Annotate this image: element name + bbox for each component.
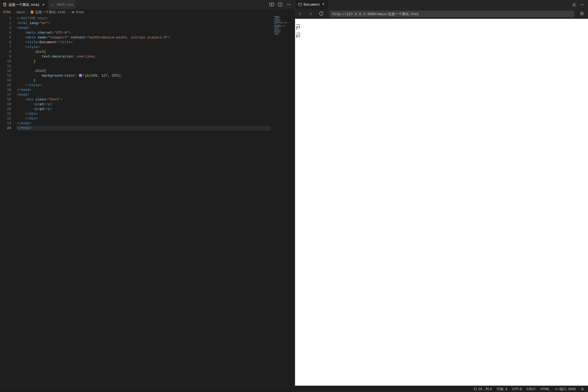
back-icon[interactable] [298, 11, 303, 17]
chevron-right-icon: › [68, 10, 70, 14]
split-editor-icon[interactable] [278, 2, 283, 7]
svg-text:#: # [51, 3, 53, 7]
lock-icon[interactable] [572, 3, 576, 7]
status-spaces[interactable]: 空格: 4 [497, 387, 507, 391]
svg-rect-2 [272, 3, 274, 6]
breadcrumb-item[interactable]: 这是一个测试.html [30, 10, 66, 15]
svg-point-7 [290, 4, 291, 5]
editor-pane: 这是一个测试.html # text.css [0, 0, 295, 386]
status-bell-icon[interactable] [581, 387, 584, 391]
svg-point-14 [556, 389, 557, 390]
preview-document: p1 p2 [295, 19, 588, 386]
compare-changes-icon[interactable] [269, 2, 275, 7]
breadcrumb[interactable]: HTML › main › 这是一个测试.html › html [0, 9, 295, 15]
preview-p2: p2 [296, 33, 587, 38]
tab-actions [269, 0, 295, 9]
status-language[interactable]: HTML [540, 387, 550, 391]
preview-toolbar [295, 9, 588, 19]
line-number-gutter: 123456789101112131415161718192021222324 [0, 15, 17, 386]
breadcrumb-item[interactable]: HTML [3, 10, 11, 14]
svg-rect-10 [573, 5, 575, 6]
breadcrumb-item[interactable]: html [71, 10, 84, 14]
svg-point-6 [288, 4, 289, 5]
preview-tab[interactable]: Document [295, 0, 328, 9]
preview-pane: Document [295, 0, 588, 386]
tab-label: 这是一个测试.html [8, 2, 40, 7]
tab-html-file[interactable]: 这是一个测试.html [0, 0, 48, 9]
status-eol[interactable]: CRLF [527, 387, 536, 391]
more-actions-icon[interactable] [580, 3, 584, 7]
svg-point-11 [581, 4, 581, 5]
status-port[interactable]: 端口: 3000 [555, 387, 576, 391]
svg-point-12 [582, 4, 583, 5]
preview-tab-label: Document [304, 3, 320, 7]
svg-point-13 [583, 4, 584, 5]
breadcrumb-item[interactable]: main [17, 10, 25, 14]
code-content[interactable]: <!DOCTYPE html><html lang="en"><head> <m… [17, 15, 271, 386]
status-bar: 行 24，列 8 空格: 4 UTF-8 CRLF HTML 端口: 3000 [0, 386, 588, 392]
menu-icon[interactable] [580, 11, 585, 17]
preview-tabs-bar: Document [295, 0, 588, 9]
forward-icon[interactable] [308, 11, 314, 17]
status-encoding[interactable]: UTF-8 [512, 387, 522, 391]
main-split: 这是一个测试.html # text.css [0, 0, 588, 386]
code-editor[interactable]: 123456789101112131415161718192021222324 … [0, 15, 295, 386]
tab-css-file[interactable]: # text.css [48, 0, 76, 9]
file-html-icon [3, 3, 7, 7]
reload-icon[interactable] [319, 11, 324, 17]
svg-rect-8 [298, 3, 301, 6]
file-css-icon: # [51, 3, 55, 7]
svg-rect-1 [270, 3, 271, 6]
editor-tabs-bar: 这是一个测试.html # text.css [0, 0, 295, 9]
preview-icon [298, 3, 302, 7]
status-cursor[interactable]: 行 24，列 8 [474, 387, 492, 391]
address-input[interactable] [330, 11, 574, 17]
chevron-right-icon: › [13, 10, 15, 14]
chevron-right-icon: › [27, 10, 29, 14]
more-actions-icon[interactable] [286, 2, 292, 7]
minimap[interactable] [271, 15, 295, 386]
svg-point-5 [287, 4, 288, 5]
close-icon[interactable] [41, 3, 45, 7]
tab-label: text.css [57, 3, 73, 7]
preview-p1: p1 [296, 25, 587, 29]
preview-actions [572, 0, 588, 9]
close-icon[interactable] [322, 2, 325, 7]
broadcast-icon [555, 387, 558, 391]
